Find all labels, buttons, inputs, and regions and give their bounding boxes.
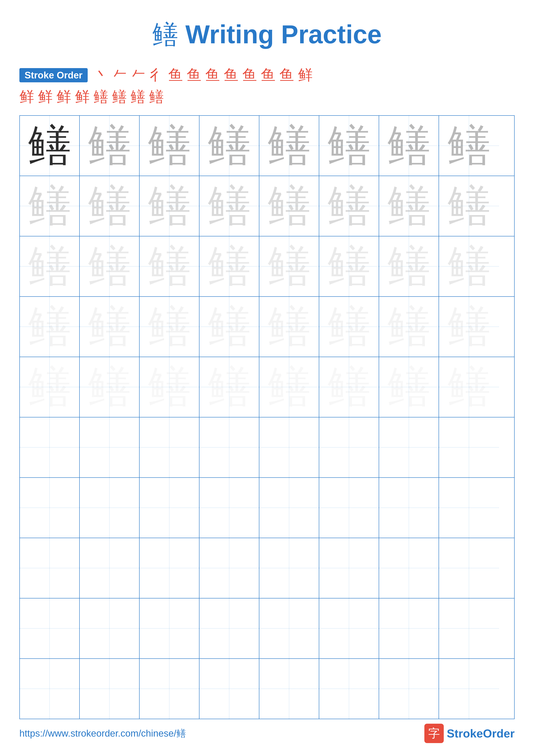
grid-cell[interactable]: 鳝 <box>259 236 319 296</box>
grid-cell[interactable]: 鳝 <box>140 116 199 176</box>
grid-cell[interactable]: 鳝 <box>140 236 199 296</box>
grid-cell[interactable]: 鳝 <box>80 236 140 296</box>
grid-cell[interactable]: 鳝 <box>199 357 259 417</box>
grid-cell[interactable]: 鳝 <box>80 357 140 417</box>
grid-cell[interactable] <box>319 659 379 719</box>
stroke-char: 𠂉 <box>113 67 127 84</box>
grid-cell[interactable]: 鳝 <box>20 297 80 357</box>
grid-cell[interactable] <box>20 418 80 477</box>
stroke-order-row2: 鲜 鲜 鲜 鲜 鳝 鳝 鳝 鳝 <box>19 87 515 107</box>
grid-cell[interactable] <box>439 538 499 598</box>
grid-cell[interactable]: 鳝 <box>140 357 199 417</box>
grid-cell[interactable] <box>199 599 259 659</box>
grid-cell[interactable]: 鳝 <box>259 116 319 176</box>
grid-cell[interactable]: 鳝 <box>319 116 379 176</box>
grid-cell[interactable]: 鳝 <box>199 297 259 357</box>
practice-char: 鳝 <box>88 124 131 167</box>
grid-cell[interactable] <box>439 478 499 538</box>
stroke-char: 鲜 <box>75 87 89 107</box>
grid-cell[interactable]: 鳝 <box>319 176 379 236</box>
grid-cell[interactable] <box>140 659 199 719</box>
grid-cell[interactable] <box>379 418 439 477</box>
grid-cell[interactable] <box>439 418 499 477</box>
grid-cell[interactable] <box>379 478 439 538</box>
grid-cell[interactable] <box>199 538 259 598</box>
grid-cell[interactable] <box>319 478 379 538</box>
grid-cell[interactable] <box>379 659 439 719</box>
stroke-char: 鲜 <box>38 87 53 107</box>
grid-cell[interactable]: 鳝 <box>140 297 199 357</box>
grid-cell[interactable]: 鳝 <box>439 297 499 357</box>
grid-cell[interactable]: 鳝 <box>20 116 80 176</box>
grid-cell[interactable]: 鳝 <box>259 176 319 236</box>
grid-cell[interactable]: 鳝 <box>80 297 140 357</box>
grid-cell[interactable]: 鳝 <box>379 116 439 176</box>
grid-cell[interactable]: 鳝 <box>20 236 80 296</box>
grid-cell[interactable]: 鳝 <box>379 176 439 236</box>
footer-url: https://www.strokeorder.com/chinese/鳝 <box>19 727 186 740</box>
grid-cell[interactable]: 鳝 <box>199 176 259 236</box>
grid-cell[interactable]: 鳝 <box>439 357 499 417</box>
grid-cell[interactable] <box>80 538 140 598</box>
grid-cell[interactable] <box>319 418 379 477</box>
practice-char: 鳝 <box>387 124 430 167</box>
grid-cell[interactable] <box>259 659 319 719</box>
grid-cell[interactable] <box>259 478 319 538</box>
grid-cell[interactable]: 鳝 <box>319 357 379 417</box>
grid-cell[interactable] <box>199 478 259 538</box>
grid-cell[interactable] <box>80 599 140 659</box>
grid-cell[interactable] <box>379 538 439 598</box>
grid-cell[interactable] <box>439 599 499 659</box>
practice-char: 鳝 <box>327 365 370 409</box>
practice-char: 鳝 <box>208 365 251 409</box>
grid-cell[interactable]: 鳝 <box>199 116 259 176</box>
stroke-char: 鳝 <box>131 87 145 107</box>
grid-cell[interactable] <box>140 599 199 659</box>
grid-cell[interactable]: 鳝 <box>379 297 439 357</box>
stroke-char: 彳 <box>150 65 165 85</box>
grid-cell[interactable] <box>259 418 319 477</box>
grid-cell[interactable]: 鳝 <box>439 176 499 236</box>
grid-cell[interactable] <box>140 478 199 538</box>
grid-cell[interactable]: 鳝 <box>20 176 80 236</box>
grid-cell[interactable] <box>20 538 80 598</box>
grid-cell[interactable] <box>319 538 379 598</box>
practice-char: 鳝 <box>28 365 71 409</box>
grid-cell[interactable]: 鳝 <box>80 116 140 176</box>
grid-cell[interactable] <box>199 659 259 719</box>
stroke-char: 鱼 <box>279 65 294 85</box>
grid-cell[interactable]: 鳝 <box>80 176 140 236</box>
grid-cell[interactable] <box>319 599 379 659</box>
practice-char: 鳝 <box>208 245 251 288</box>
grid-cell[interactable]: 鳝 <box>439 116 499 176</box>
grid-row: 鳝 鳝 鳝 鳝 鳝 鳝 鳝 鳝 <box>20 236 514 297</box>
grid-cell[interactable]: 鳝 <box>319 297 379 357</box>
grid-cell[interactable] <box>80 418 140 477</box>
grid-row: 鳝 鳝 鳝 鳝 鳝 鳝 鳝 鳝 <box>20 357 514 418</box>
grid-cell[interactable]: 鳝 <box>379 236 439 296</box>
grid-cell[interactable] <box>20 659 80 719</box>
stroke-chars-row1: 丶 𠂉 𠂉 彳 鱼 鱼 鱼 鱼 鱼 鱼 鱼 鲜 <box>94 65 317 85</box>
grid-cell[interactable] <box>80 478 140 538</box>
grid-cell[interactable]: 鳝 <box>259 297 319 357</box>
practice-char: 鳝 <box>267 305 311 348</box>
grid-cell[interactable] <box>379 599 439 659</box>
grid-cell[interactable]: 鳝 <box>379 357 439 417</box>
grid-cell[interactable] <box>259 538 319 598</box>
grid-cell[interactable]: 鳝 <box>20 357 80 417</box>
grid-cell[interactable]: 鳝 <box>259 357 319 417</box>
grid-cell[interactable] <box>20 478 80 538</box>
practice-char: 鳝 <box>148 184 191 228</box>
grid-cell[interactable] <box>80 659 140 719</box>
grid-cell[interactable]: 鳝 <box>319 236 379 296</box>
grid-cell[interactable]: 鳝 <box>199 236 259 296</box>
grid-cell[interactable]: 鳝 <box>140 176 199 236</box>
grid-cell[interactable] <box>20 599 80 659</box>
grid-cell[interactable] <box>140 418 199 477</box>
grid-cell[interactable] <box>259 599 319 659</box>
stroke-char: 鳝 <box>112 87 127 107</box>
grid-cell[interactable] <box>140 538 199 598</box>
grid-cell[interactable] <box>439 659 499 719</box>
grid-cell[interactable]: 鳝 <box>439 236 499 296</box>
grid-cell[interactable] <box>199 418 259 477</box>
